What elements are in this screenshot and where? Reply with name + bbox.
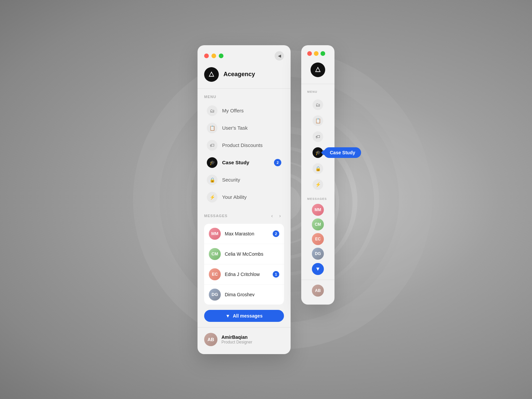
collapsed-sidebar-item-security[interactable]: 🔒 — [307, 161, 329, 177]
product-discounts-icon: 🏷 — [207, 140, 217, 151]
brand-section: Aceagency — [198, 65, 291, 89]
collapsed-user: AB — [301, 280, 334, 297]
sidebar-item-users-task[interactable]: 📋 User's Task — [204, 119, 284, 137]
chat-bubble — [324, 204, 324, 209]
avatar-dima: DG — [209, 289, 221, 301]
collapsed-product-discounts-icon: 🏷 — [313, 131, 323, 142]
sidebar-item-label-your-ability: Your Ability — [222, 194, 281, 200]
case-study-badge: 2 — [274, 159, 281, 166]
security-icon: 🔒 — [207, 175, 217, 185]
message-name-edna: Edna J Critchlow — [225, 272, 269, 277]
message-name-celia: Celia W McCombs — [225, 251, 279, 257]
avatar-max: MM — [209, 228, 221, 240]
user-profile: AB AmirBaqian Product Designer — [198, 327, 291, 346]
collapsed-sidebar-item-my-offers[interactable]: 🗂 — [307, 97, 329, 113]
your-ability-icon: ⚡ — [207, 192, 217, 202]
collapsed-menu: MENU 🗂 📋 🏷 🎓 Case Study � — [301, 84, 334, 193]
user-name: AmirBaqian — [221, 334, 252, 340]
traffic-light-red[interactable] — [204, 54, 209, 58]
sidebar-item-your-ability[interactable]: ⚡ Your Ability — [204, 189, 284, 206]
collapsed-avatar-3[interactable]: EC — [312, 233, 324, 245]
user-info: AmirBaqian Product Designer — [221, 334, 252, 344]
collapsed-avatar-4[interactable]: DG — [312, 248, 324, 260]
traffic-light-green[interactable] — [219, 54, 223, 58]
sidebar-item-security[interactable]: 🔒 Security — [204, 171, 284, 189]
menu-section: MENU 🗂 My Offers 📋 User's Task 🏷 Product… — [198, 89, 291, 206]
collapsed-your-ability-icon: ⚡ — [313, 179, 323, 190]
message-item-dima[interactable]: DG Dima Groshev — [204, 285, 284, 305]
collapsed-traffic-lights — [301, 45, 334, 60]
collapsed-tl-yellow[interactable] — [314, 51, 319, 56]
messages-section: MESSAGES ‹ › MM Max Maraston 2 CM Celia … — [198, 206, 291, 322]
user-avatar: AB — [204, 333, 217, 346]
expanded-sidebar: ◀ Aceagency MENU 🗂 My Offers 📋 User's Ta… — [198, 45, 291, 354]
all-messages-icon: ▼ — [225, 313, 230, 319]
sidebar-item-label-my-offers: My Offers — [222, 108, 281, 113]
collapsed-user-avatar: AB — [312, 285, 324, 297]
traffic-lights: ◀ — [198, 45, 291, 65]
message-item-celia[interactable]: CM Celia W McCombs — [204, 244, 284, 264]
messages-prev-button[interactable]: ‹ — [268, 212, 276, 220]
messages-list: MM Max Maraston 2 CM Celia W McCombs EC … — [204, 224, 284, 305]
sidebar-item-label-security: Security — [222, 177, 281, 183]
sidebar-item-label-case-study: Case Study — [222, 160, 269, 165]
message-item-max[interactable]: MM Max Maraston 2 — [204, 224, 284, 244]
message-badge-max: 2 — [273, 230, 279, 237]
collapsed-avatar-2[interactable]: CM — [312, 218, 324, 230]
collapsed-brand-icon — [314, 66, 322, 73]
sidebar-item-product-discounts[interactable]: 🏷 Product Discounts — [204, 137, 284, 154]
collapse-button[interactable]: ◀ — [275, 51, 284, 61]
tooltip-label: Case Study — [330, 150, 355, 155]
message-name-dima: Dima Groshev — [225, 292, 279, 297]
collapsed-sidebar-item-product-discounts[interactable]: 🏷 — [307, 129, 329, 145]
collapsed-users-task-icon: 📋 — [313, 115, 323, 126]
collapsed-my-offers-icon: 🗂 — [313, 99, 323, 110]
avatar-edna: EC — [209, 268, 221, 280]
collapsed-brand — [301, 60, 334, 84]
collapsed-avatar-1[interactable]: MM — [312, 204, 324, 216]
case-study-icon: 🎓 — [207, 157, 217, 168]
sidebar-item-label-product-discounts: Product Discounts — [222, 142, 281, 148]
messages-next-button[interactable]: › — [276, 212, 284, 220]
collapsed-sidebar-item-users-task[interactable]: 📋 — [307, 113, 329, 129]
users-task-icon: 📋 — [207, 123, 217, 133]
traffic-light-yellow[interactable] — [211, 54, 216, 58]
message-badge-edna: 1 — [273, 271, 279, 278]
sidebar-item-my-offers[interactable]: 🗂 My Offers — [204, 102, 284, 119]
message-item-edna[interactable]: EC Edna J Critchlow 1 — [204, 264, 284, 285]
collapsed-messages-label: MESSAGES — [307, 197, 329, 200]
collapsed-menu-label: MENU — [307, 90, 329, 93]
collapsed-brand-logo — [311, 63, 325, 77]
collapsed-sidebar-item-case-study[interactable]: 🎓 Case Study — [307, 145, 329, 161]
brand-name: Aceagency — [223, 71, 255, 78]
collapsed-sidebar-item-your-ability[interactable]: ⚡ — [307, 177, 329, 193]
panels-wrapper: ◀ Aceagency MENU 🗂 My Offers 📋 User's Ta… — [198, 45, 334, 354]
collapsed-tl-red[interactable] — [307, 51, 312, 56]
sidebar-item-label-users-task: User's Task — [222, 125, 281, 131]
collapsed-sidebar: MENU 🗂 📋 🏷 🎓 Case Study � — [301, 45, 334, 305]
messages-header: MESSAGES ‹ › — [204, 212, 284, 220]
all-messages-label: All messages — [233, 313, 263, 319]
brand-logo — [204, 67, 219, 82]
collapsed-all-messages-btn-wrapper: ▼ — [307, 263, 329, 275]
messages-label: MESSAGES — [204, 214, 268, 218]
user-role: Product Designer — [221, 340, 252, 344]
my-offers-icon: 🗂 — [207, 105, 217, 116]
avatar-celia: CM — [209, 248, 221, 260]
sidebar-item-case-study[interactable]: 🎓 Case Study 2 — [204, 154, 284, 171]
menu-label: MENU — [204, 95, 284, 99]
message-name-max: Max Maraston — [225, 231, 269, 236]
collapsed-avatar-list: MM CM EC DG — [307, 204, 329, 260]
all-messages-button[interactable]: ▼ All messages — [204, 310, 284, 322]
collapsed-messages: MESSAGES MM CM EC — [301, 193, 334, 275]
brand-icon — [208, 71, 215, 78]
collapsed-tl-green[interactable] — [321, 51, 325, 56]
collapsed-security-icon: 🔒 — [313, 163, 323, 174]
case-study-tooltip: Case Study — [324, 147, 361, 158]
collapsed-all-messages-button[interactable]: ▼ — [312, 263, 324, 275]
